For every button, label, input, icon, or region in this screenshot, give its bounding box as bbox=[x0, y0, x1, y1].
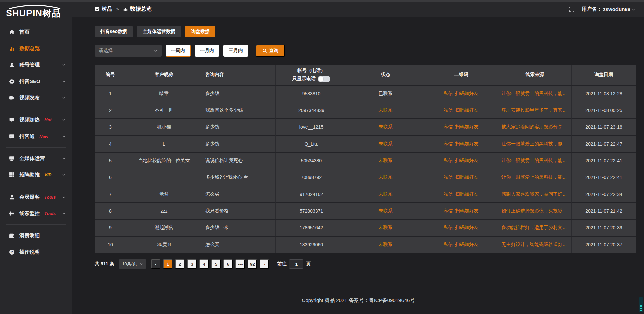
sidebar-item-操作说明[interactable]: ?操作说明 bbox=[0, 244, 72, 260]
scan-add-friend-link[interactable]: 扫码加好友 bbox=[455, 242, 479, 248]
tab-抖音seo数据[interactable]: 抖音seo数据 bbox=[95, 26, 133, 37]
page-button-6[interactable]: 6 bbox=[223, 259, 233, 269]
cell-lead-source: 让你一眼就爱上的黑科技，能... bbox=[498, 86, 572, 102]
page-button-92[interactable]: 92 bbox=[248, 259, 257, 269]
lead-source-link[interactable]: 被大家追着问的客厅投影分享... bbox=[501, 124, 567, 130]
username-label: 用户名： bbox=[582, 6, 602, 12]
sidebar-item-数据总览[interactable]: 数据总览 bbox=[0, 40, 72, 57]
range-button-一周内[interactable]: 一周内 bbox=[166, 45, 191, 57]
sidebar-item-抖客通[interactable]: 抖客通New bbox=[0, 128, 72, 145]
scan-add-friend-link[interactable]: 扫码加好友 bbox=[455, 124, 479, 130]
lead-source-link[interactable]: 让你一眼就爱上的黑科技，能... bbox=[501, 91, 567, 97]
lead-source-link[interactable]: 让你一眼就爱上的黑科技，能... bbox=[501, 174, 567, 180]
scan-add-friend-link[interactable]: 扫码加好友 bbox=[455, 174, 479, 180]
scan-add-friend-link[interactable]: 扫码加好友 bbox=[455, 91, 479, 97]
previous-page-button[interactable]: ‹ bbox=[151, 259, 160, 269]
cell-number: 9 bbox=[95, 220, 126, 237]
tab-询盘数据[interactable]: 询盘数据 bbox=[185, 26, 215, 37]
topbar: 树品 > 数据总览 用户名：zswodun88 bbox=[72, 2, 644, 17]
lead-source-link[interactable]: 多功能护栏灯，适用于乡村文... bbox=[501, 225, 567, 231]
range-button-一月内[interactable]: 一月内 bbox=[195, 45, 219, 57]
goto-page-input[interactable]: 1 bbox=[289, 259, 303, 269]
private-message-link[interactable]: 私信 bbox=[444, 107, 453, 113]
table-row: 1036度 8怎么买183929060未联系私信扫码加好友无主灯设计，智能磁吸轨… bbox=[95, 237, 636, 253]
lead-source-link[interactable]: 让你一眼就爱上的黑科技，能... bbox=[501, 158, 567, 164]
sidebar-item-label: 会员爆客 bbox=[19, 194, 40, 200]
lead-source-link[interactable]: 客厅安装投影半年多了，真实... bbox=[501, 107, 567, 113]
user-icon bbox=[9, 62, 15, 68]
topbar-right: 用户名：zswodun88 bbox=[569, 6, 635, 12]
lead-source-link[interactable]: 如何正确选择投影仪，买投影... bbox=[501, 208, 567, 214]
breadcrumb-root[interactable]: 树品 bbox=[102, 6, 112, 13]
home-icon bbox=[9, 29, 15, 35]
logo: SHUPIN树品 bbox=[0, 2, 72, 19]
scan-add-friend-link[interactable]: 扫码加好友 bbox=[455, 225, 479, 231]
private-message-link[interactable]: 私信 bbox=[444, 242, 453, 248]
cell-account: Q_Liu. bbox=[276, 136, 347, 153]
sidebar-item-全媒体运营[interactable]: 全媒体运营 bbox=[0, 150, 72, 167]
inquiry-table: 编号客户昵称咨询内容帐号（电话）只显示电话状态二维码线索来源询盘日期1啵章多少钱… bbox=[95, 65, 636, 253]
bar-chart-icon bbox=[9, 46, 15, 52]
sidebar-item-消费明细[interactable]: 消费明细 bbox=[0, 227, 72, 244]
scan-add-friend-link[interactable]: 扫码加好友 bbox=[455, 141, 479, 147]
range-button-三月内[interactable]: 三月内 bbox=[223, 45, 248, 57]
scan-add-friend-link[interactable]: 扫码加好友 bbox=[455, 107, 479, 113]
page-button-5[interactable]: 5 bbox=[211, 259, 221, 269]
fullscreen-icon[interactable] bbox=[569, 7, 574, 12]
scan-add-friend-link[interactable]: 扫码加好友 bbox=[455, 191, 479, 197]
user-menu[interactable]: 用户名：zswodun88 bbox=[582, 6, 635, 12]
floating-widget[interactable] bbox=[639, 297, 643, 312]
private-message-link[interactable]: 私信 bbox=[444, 208, 453, 214]
page-button-4[interactable]: 4 bbox=[199, 259, 209, 269]
sidebar-item-抖音SEO[interactable]: 抖音SEO bbox=[0, 73, 72, 90]
tab-全媒体运营数据[interactable]: 全媒体运营数据 bbox=[137, 26, 181, 37]
sidebar-item-label: 矩阵助推 bbox=[19, 172, 40, 178]
page-button-2[interactable]: 2 bbox=[175, 259, 184, 269]
sidebar: SHUPIN树品 首页数据总览账号管理抖音SEO视频发布视频加热Hot抖客通Ne… bbox=[0, 2, 72, 314]
sidebar-item-label: 抖客通 bbox=[19, 133, 35, 140]
tabs-row: 抖音seo数据全媒体运营数据询盘数据 bbox=[95, 26, 636, 37]
cell-inquiry: 怎么买 bbox=[202, 186, 276, 203]
sidebar-item-视频发布[interactable]: 视频发布 bbox=[0, 90, 72, 106]
cell-inquiry-date: 2021-11-07 22:41 bbox=[572, 153, 636, 169]
sidebar-item-首页[interactable]: 首页 bbox=[0, 24, 72, 40]
private-message-link[interactable]: 私信 bbox=[444, 141, 453, 147]
sidebar-item-label: 视频加热 bbox=[19, 117, 40, 123]
lead-source-link[interactable]: 让你一眼就爱上的黑科技，能... bbox=[501, 141, 567, 147]
lead-source-link[interactable]: 感谢大家喜欢我家，被问了好... bbox=[501, 191, 567, 197]
next-page-button[interactable]: › bbox=[260, 259, 269, 269]
page-button-3[interactable]: 3 bbox=[187, 259, 197, 269]
username-value: zswodun88 bbox=[603, 6, 630, 12]
cell-lead-source: 让你一眼就爱上的黑科技，能... bbox=[498, 169, 572, 186]
phone-only-toggle[interactable] bbox=[318, 76, 330, 82]
page-size-select[interactable]: 10条/页 bbox=[119, 259, 146, 269]
cell-inquiry-date: 2021-11-07 22:34 bbox=[572, 186, 636, 203]
lead-source-link[interactable]: 无主灯设计，智能磁吸轨道灯... bbox=[501, 242, 567, 248]
scan-add-friend-link[interactable]: 扫码加好友 bbox=[455, 158, 479, 164]
private-message-link[interactable]: 私信 bbox=[444, 91, 453, 97]
private-message-link[interactable]: 私信 bbox=[444, 191, 453, 197]
scan-add-friend-link[interactable]: 扫码加好友 bbox=[455, 208, 479, 214]
sidebar-item-线索监控[interactable]: 线索监控Tools bbox=[0, 205, 72, 222]
private-message-link[interactable]: 私信 bbox=[444, 174, 453, 180]
more-pages-button[interactable]: ••• bbox=[235, 259, 245, 269]
private-message-link[interactable]: 私信 bbox=[444, 124, 453, 130]
sidebar-item-会员爆客[interactable]: 会员爆客Tools bbox=[0, 189, 72, 205]
page-button-1[interactable]: 1 bbox=[163, 259, 172, 269]
cell-status: 未联系 bbox=[347, 136, 424, 153]
sliders-icon bbox=[9, 211, 15, 217]
private-message-link[interactable]: 私信 bbox=[444, 158, 453, 164]
sidebar-item-矩阵助推[interactable]: 矩阵助推VIP bbox=[0, 167, 72, 183]
filter-select[interactable]: 请选择 bbox=[95, 45, 162, 57]
private-message-link[interactable]: 私信 bbox=[444, 225, 453, 231]
sidebar-item-视频加热[interactable]: 视频加热Hot bbox=[0, 112, 72, 128]
sidebar-item-账号管理[interactable]: 账号管理 bbox=[0, 57, 72, 73]
bar-chart-icon bbox=[123, 7, 128, 12]
cell-number: 3 bbox=[95, 119, 126, 136]
sidebar-item-badge: VIP bbox=[44, 172, 51, 177]
cell-qr-code: 私信扫码加好友 bbox=[424, 220, 498, 237]
sidebar-item-label: 抖音SEO bbox=[19, 78, 40, 85]
range-buttons: 一周内一月内三月内 bbox=[162, 45, 248, 57]
table-row: 1啵章多少钱9583810已联系私信扫码加好友让你一眼就爱上的黑科技，能...2… bbox=[95, 86, 636, 102]
search-button[interactable]: 查询 bbox=[256, 45, 285, 57]
